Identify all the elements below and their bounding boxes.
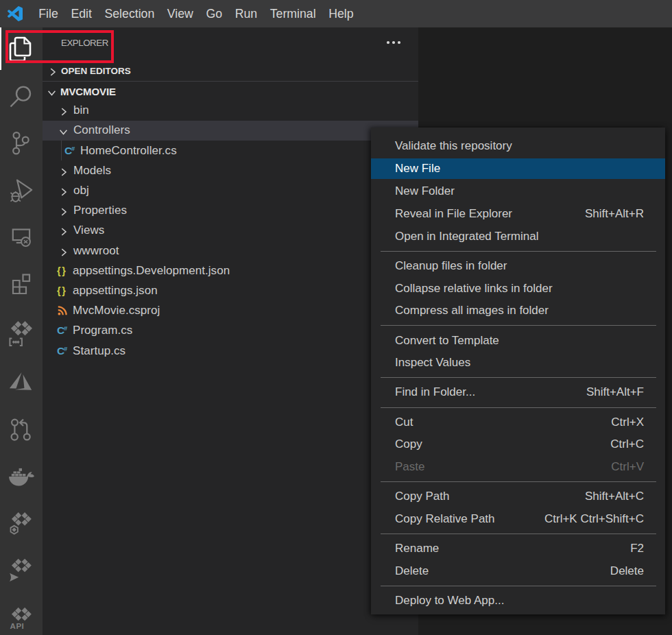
svg-text:API: API (10, 622, 25, 630)
